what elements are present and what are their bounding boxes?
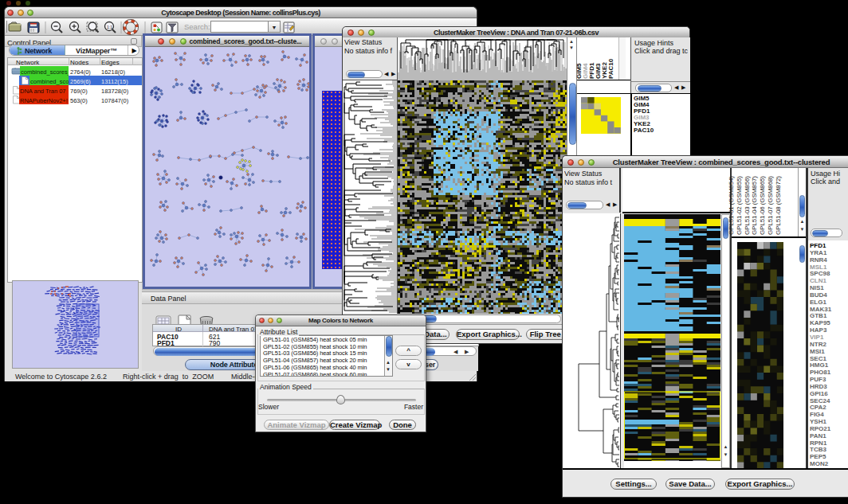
svg-text:1:1: 1:1 <box>107 25 112 29</box>
